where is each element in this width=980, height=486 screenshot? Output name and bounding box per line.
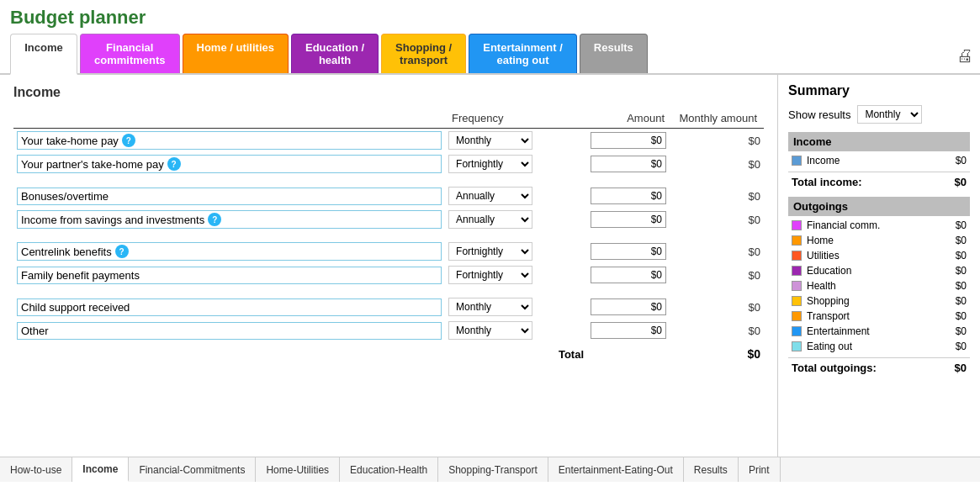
other-amount[interactable] <box>591 322 666 339</box>
transport-row-value: $0 <box>956 310 967 322</box>
child-support-amount[interactable] <box>591 298 666 315</box>
freq-cell: Monthly Fortnightly Annually Weekly <box>445 152 587 176</box>
bottom-tab-entertainment-eating-out[interactable]: Entertainment-Eating-Out <box>548 457 684 482</box>
centrelink-monthly: $0 <box>671 240 764 263</box>
table-row: Bonuses/overtime Monthly Fortnightly Ann… <box>13 184 764 208</box>
child-support-frequency[interactable]: Monthly Fortnightly Annually Weekly <box>448 298 532 316</box>
bottom-bar: How-to-use Income Financial-Commitments … <box>0 457 980 482</box>
eatingout-row-value: $0 <box>956 341 967 352</box>
freq-cell: Monthly Fortnightly Annually Weekly <box>445 129 587 153</box>
partner-pay-frequency[interactable]: Monthly Fortnightly Annually Weekly <box>448 155 532 173</box>
income-color-box <box>792 156 802 166</box>
summary-home-row: Home $0 <box>788 233 970 248</box>
summary-transport-row: Transport $0 <box>788 309 970 324</box>
income-row-value: $0 <box>956 155 967 166</box>
tab-education[interactable]: Education /health <box>291 34 379 73</box>
bottom-tab-how-to-use[interactable]: How-to-use <box>0 457 72 482</box>
family-benefit-amount[interactable] <box>591 267 666 283</box>
centrelink-amount[interactable] <box>591 243 666 260</box>
summary-income-section: Income Income $0 Total income: $0 <box>788 132 970 192</box>
amount-cell <box>587 295 671 319</box>
col-name-header <box>13 108 445 129</box>
savings-income-amount[interactable] <box>591 211 666 228</box>
table-row: Your take-home pay ? Monthly Fortnightly… <box>13 129 764 153</box>
financial-row-value: $0 <box>956 219 967 231</box>
main-layout: Income Frequency Amount Monthly amount Y… <box>0 75 980 457</box>
bottom-tab-shopping-transport[interactable]: Shopping-Transport <box>438 457 548 482</box>
summary-health-row: Health $0 <box>788 278 970 293</box>
centrelink-frequency[interactable]: Monthly Fortnightly Annually Weekly <box>448 242 532 261</box>
income-section-title: Income <box>13 85 764 100</box>
show-results-select[interactable]: Monthly Annually <box>857 105 922 124</box>
spacer-row <box>13 287 764 295</box>
bottom-tab-financial-commitments[interactable]: Financial-Commitments <box>129 457 256 482</box>
tab-entertainment[interactable]: Entertainment /eating out <box>469 34 577 73</box>
content-area: Income Frequency Amount Monthly amount Y… <box>0 75 778 457</box>
bonuses-amount[interactable] <box>591 188 666 204</box>
savings-income-frequency[interactable]: Monthly Fortnightly Annually Weekly <box>448 210 532 229</box>
table-row: Your partner's take-home pay ? Monthly F… <box>13 152 764 176</box>
health-color-box <box>792 281 802 291</box>
other-monthly: $0 <box>671 319 764 342</box>
summary-sidebar: Summary Show results Monthly Annually In… <box>778 75 980 457</box>
financial-color-box <box>792 220 802 230</box>
row-label-cell: Centrelink benefits ? <box>13 240 445 263</box>
show-results-row: Show results Monthly Annually <box>788 105 970 124</box>
summary-title: Summary <box>788 83 970 98</box>
bottom-tab-print[interactable]: Print <box>739 457 781 482</box>
child-support-monthly: $0 <box>671 295 764 319</box>
savings-income-help-icon[interactable]: ? <box>208 213 221 226</box>
summary-financial-row: Financial comm. $0 <box>788 218 970 233</box>
utilities-color-box <box>792 251 802 261</box>
bottom-tab-education-health[interactable]: Education-Health <box>340 457 438 482</box>
row-label-cell: Your take-home pay ? <box>13 129 445 153</box>
savings-income-label: Income from savings and investments <box>21 214 204 226</box>
take-home-pay-label: Your take-home pay <box>21 135 119 147</box>
print-area: 🖨 <box>956 46 973 66</box>
take-home-pay-amount[interactable] <box>591 132 666 149</box>
bonuses-frequency[interactable]: Monthly Fortnightly Annually Weekly <box>448 187 532 205</box>
family-benefit-label: Family benefit payments <box>21 269 140 282</box>
summary-income-row: Income $0 <box>788 153 970 168</box>
partner-pay-amount[interactable] <box>591 156 666 172</box>
utilities-row-label: Utilities <box>807 250 956 261</box>
other-frequency[interactable]: Monthly Fortnightly Annually Weekly <box>448 321 532 340</box>
bottom-tab-results[interactable]: Results <box>684 457 739 482</box>
tab-home[interactable]: Home / utilities <box>183 34 289 73</box>
take-home-pay-monthly: $0 <box>671 129 764 153</box>
total-value: $0 <box>671 342 764 363</box>
education-row-value: $0 <box>956 265 967 277</box>
total-income-value: $0 <box>955 176 967 188</box>
row-label-cell: Family benefit payments <box>13 263 445 287</box>
tab-results[interactable]: Results <box>580 34 648 73</box>
summary-utilities-row: Utilities $0 <box>788 248 970 263</box>
entertainment-row-label: Entertainment <box>807 325 956 337</box>
family-benefit-monthly: $0 <box>671 263 764 287</box>
shopping-color-box <box>792 296 802 306</box>
shopping-row-label: Shopping <box>807 295 956 307</box>
amount-cell <box>587 263 671 287</box>
total-amount-cell <box>587 342 671 363</box>
bottom-tab-home-utilities[interactable]: Home-Utilities <box>256 457 340 482</box>
print-icon[interactable]: 🖨 <box>956 46 973 65</box>
bonuses-monthly: $0 <box>671 184 764 208</box>
centrelink-help-icon[interactable]: ? <box>115 245 129 258</box>
bottom-tab-income[interactable]: Income <box>72 457 129 482</box>
utilities-row-value: $0 <box>956 250 967 261</box>
partner-pay-help-icon[interactable]: ? <box>167 157 181 171</box>
health-row-value: $0 <box>956 280 967 292</box>
family-benefit-frequency[interactable]: Monthly Fortnightly Annually Weekly <box>448 266 532 284</box>
tab-bar: Income Financialcommitments Home / utili… <box>0 34 980 75</box>
tab-shopping[interactable]: Shopping /transport <box>381 34 466 73</box>
savings-income-monthly: $0 <box>671 208 764 231</box>
take-home-pay-frequency[interactable]: Monthly Fortnightly Annually Weekly <box>448 131 532 150</box>
health-row-label: Health <box>807 280 956 292</box>
tab-financial[interactable]: Financialcommitments <box>80 34 180 73</box>
spacer-row <box>13 231 764 240</box>
freq-cell: Monthly Fortnightly Annually Weekly <box>445 184 587 208</box>
summary-income-header: Income <box>788 132 970 151</box>
take-home-pay-help-icon[interactable]: ? <box>122 134 135 147</box>
entertainment-color-box <box>792 326 802 336</box>
tab-income[interactable]: Income <box>10 34 77 75</box>
app-title: Budget planner <box>0 0 980 34</box>
